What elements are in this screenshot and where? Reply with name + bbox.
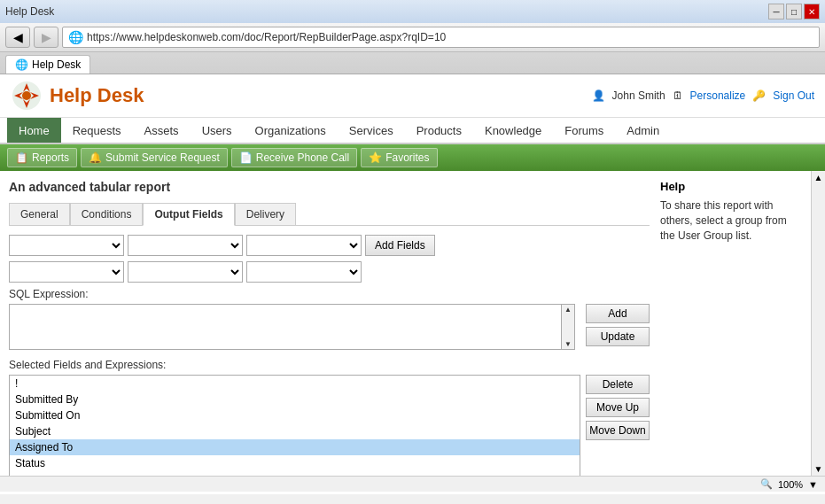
address-text: https://www.helpdeskonweb.com/doc/Report… xyxy=(87,31,813,43)
status-bar: 🔍 100% ▼ xyxy=(0,476,825,492)
fields-list[interactable]: ! Submitted By Submitted On Subject Assi… xyxy=(9,375,580,476)
address-bar[interactable]: 🌐 https://www.helpdeskonweb.com/doc/Repo… xyxy=(62,27,820,48)
dropdown-1-2[interactable] xyxy=(128,235,243,256)
nav-bar: ◀ ▶ 🌐 https://www.helpdeskonweb.com/doc/… xyxy=(0,23,825,52)
sql-section: SQL Expression: ▲ ▼ Add xyxy=(9,288,650,350)
logo-icon xyxy=(11,80,43,112)
reports-button[interactable]: 📋 Reports xyxy=(7,148,77,167)
nav-item-organizations[interactable]: Organizations xyxy=(244,118,338,143)
title-bar-buttons: ─ □ ✕ xyxy=(768,4,820,19)
receive-phone-button[interactable]: 📄 Receive Phone Call xyxy=(231,148,357,167)
sql-side-buttons: Add Update xyxy=(586,304,650,350)
field-item-assigned-to[interactable]: Assigned To xyxy=(10,439,580,455)
phone-icon: 📄 xyxy=(239,151,253,164)
header-separator: 🗓 xyxy=(673,89,683,102)
minimize-button[interactable]: ─ xyxy=(768,4,784,19)
move-up-button[interactable]: Move Up xyxy=(586,398,650,417)
main-nav: Home Requests Assets Users Organizations… xyxy=(0,118,825,144)
sql-area-wrapper: ▲ ▼ xyxy=(9,304,575,350)
dropdown-2-3[interactable] xyxy=(246,261,362,283)
maximize-button[interactable]: □ xyxy=(786,4,802,19)
selected-fields-section: Selected Fields and Expressions: ! Submi… xyxy=(9,359,650,476)
sql-scrollbar: ▲ ▼ xyxy=(561,304,575,350)
close-button[interactable]: ✕ xyxy=(804,4,820,19)
nav-item-assets[interactable]: Assets xyxy=(133,118,191,143)
user-name: John Smith xyxy=(612,89,665,102)
main-content-area: An advanced tabular report General Condi… xyxy=(0,171,811,476)
logo-text: Help Desk xyxy=(50,84,144,107)
app-container: Help Desk 👤 John Smith 🗓 Personalize 🔑 S… xyxy=(0,74,825,494)
phone-label: Receive Phone Call xyxy=(256,151,349,164)
update-button[interactable]: Update xyxy=(586,327,650,346)
nav-item-users[interactable]: Users xyxy=(191,118,244,143)
tab-delivery[interactable]: Delivery xyxy=(235,203,296,225)
page-body: An advanced tabular report General Condi… xyxy=(0,171,825,476)
tab-conditions[interactable]: Conditions xyxy=(70,203,144,225)
header-actions: 👤 John Smith 🗓 Personalize 🔑 Sign Out xyxy=(592,89,814,102)
svg-point-1 xyxy=(22,91,31,100)
scroll-down-arrow[interactable]: ▼ xyxy=(564,340,572,348)
zoom-level: 100% xyxy=(778,479,803,490)
nav-item-requests[interactable]: Requests xyxy=(61,118,133,143)
favorites-label: Favorites xyxy=(385,151,429,164)
field-item-exclamation[interactable]: ! xyxy=(10,376,580,392)
logo-area: Help Desk xyxy=(11,80,144,112)
signout-link[interactable]: Sign Out xyxy=(773,89,814,102)
scrollbar-up-arrow[interactable]: ▲ xyxy=(814,173,823,182)
nav-item-knowledge[interactable]: Knowledge xyxy=(473,118,553,143)
tab-title: Help Desk xyxy=(32,58,81,71)
submit-label: Submit Service Request xyxy=(105,151,220,164)
dropdowns-row-2 xyxy=(9,261,650,283)
selected-fields-label: Selected Fields and Expressions: xyxy=(9,359,650,371)
personalize-link[interactable]: Personalize xyxy=(690,89,746,102)
tab-general[interactable]: General xyxy=(9,203,70,225)
title-bar: Help Desk ─ □ ✕ xyxy=(0,0,825,23)
field-action-buttons: Delete Move Up Move Down xyxy=(586,375,650,476)
field-item-submitted-on[interactable]: Submitted On xyxy=(10,407,580,423)
sub-nav: 📋 Reports 🔔 Submit Service Request 📄 Rec… xyxy=(0,144,825,171)
add-fields-button[interactable]: Add Fields xyxy=(365,235,435,256)
help-title: Help xyxy=(660,180,802,193)
zoom-dropdown-icon[interactable]: ▼ xyxy=(808,479,818,490)
scrollbar-down-arrow[interactable]: ▼ xyxy=(814,464,823,474)
scroll-up-arrow[interactable]: ▲ xyxy=(564,306,572,314)
help-panel: Help To share this report with others, s… xyxy=(660,180,802,476)
dropdown-2-1[interactable] xyxy=(9,261,124,283)
report-title: An advanced tabular report xyxy=(9,180,650,194)
nav-item-services[interactable]: Services xyxy=(338,118,405,143)
dropdowns-row-1: Add Fields xyxy=(9,235,650,256)
sql-label: SQL Expression: xyxy=(9,288,650,300)
forward-button[interactable]: ▶ xyxy=(34,27,58,48)
nav-item-home[interactable]: Home xyxy=(7,118,61,143)
title-bar-text: Help Desk xyxy=(5,5,54,18)
dropdown-1-1[interactable] xyxy=(9,235,124,256)
field-item-subject[interactable]: Subject xyxy=(10,423,580,439)
browser-tab[interactable]: 🌐 Help Desk xyxy=(5,55,90,74)
field-item-status[interactable]: Status xyxy=(10,455,580,471)
favorites-button[interactable]: ⭐ Favorites xyxy=(361,148,437,167)
dropdown-2-2[interactable] xyxy=(128,261,243,283)
report-tabs: General Conditions Output Fields Deliver… xyxy=(9,203,650,226)
submit-icon: 🔔 xyxy=(89,151,102,164)
user-icon: 👤 xyxy=(592,89,605,102)
tab-favicon: 🌐 xyxy=(15,58,28,71)
browser-tab-bar: 🌐 Help Desk xyxy=(0,52,825,74)
nav-item-admin[interactable]: Admin xyxy=(615,118,671,143)
dropdown-1-3[interactable] xyxy=(246,235,362,256)
tab-output-fields[interactable]: Output Fields xyxy=(143,203,234,226)
move-down-button[interactable]: Move Down xyxy=(586,421,650,440)
back-button[interactable]: ◀ xyxy=(5,27,30,48)
add-button[interactable]: Add xyxy=(586,304,650,323)
reports-label: Reports xyxy=(32,151,69,164)
delete-button[interactable]: Delete xyxy=(586,375,650,394)
nav-item-forums[interactable]: Forums xyxy=(553,118,615,143)
page-scrollbar[interactable]: ▲ ▼ xyxy=(811,171,825,476)
help-text: To share this report with others, select… xyxy=(660,198,802,243)
submit-service-button[interactable]: 🔔 Submit Service Request xyxy=(81,148,228,167)
sql-textarea[interactable] xyxy=(9,304,561,350)
nav-item-products[interactable]: Products xyxy=(405,118,473,143)
favorites-icon: ⭐ xyxy=(369,151,382,164)
field-item-submitted-by[interactable]: Submitted By xyxy=(10,392,580,407)
sql-row: ▲ ▼ Add Update xyxy=(9,304,650,350)
app-header: Help Desk 👤 John Smith 🗓 Personalize 🔑 S… xyxy=(0,74,825,118)
